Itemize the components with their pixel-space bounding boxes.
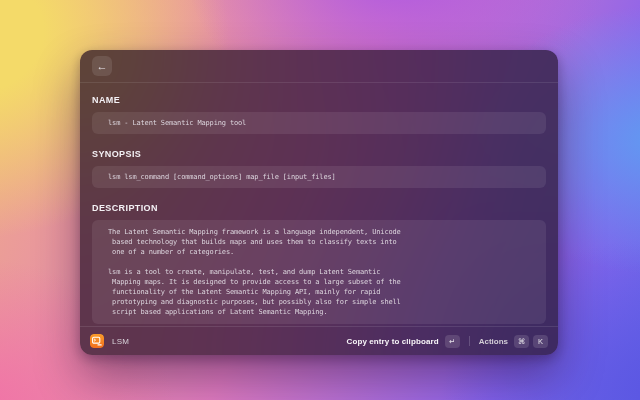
synopsis-code-block: lsm lsm_command [command_options] map_fi…	[92, 166, 546, 188]
name-code-block: lsm - Latent Semantic Mapping tool	[92, 112, 546, 134]
actions-menu-button[interactable]: Actions ⌘ K	[479, 335, 548, 348]
desktop-background: ← NAME lsm - Latent Semantic Mapping too…	[0, 0, 640, 400]
footer-app-name: LSM	[112, 337, 129, 346]
actions-menu-label: Actions	[479, 337, 508, 346]
window-footer: LSM Copy entry to clipboard ↵ Actions ⌘ …	[80, 326, 558, 355]
k-key-badge: K	[533, 335, 548, 348]
section-heading-synopsis: SYNOPSIS	[92, 149, 546, 159]
man-page-content: NAME lsm - Latent Semantic Mapping tool …	[80, 83, 558, 326]
section-synopsis: SYNOPSIS lsm lsm_command [command_option…	[92, 149, 546, 188]
section-name: NAME lsm - Latent Semantic Mapping tool	[92, 95, 546, 134]
man-pages-app-icon	[90, 334, 104, 348]
window-header: ←	[80, 50, 558, 83]
footer-app-info: LSM	[90, 334, 129, 348]
copy-entry-action[interactable]: Copy entry to clipboard ↵	[347, 335, 460, 348]
back-button[interactable]: ←	[92, 56, 112, 76]
section-description: DESCRIPTION The Latent Semantic Mapping …	[92, 203, 546, 324]
command-key-badge: ⌘	[514, 335, 529, 348]
footer-actions: Copy entry to clipboard ↵ Actions ⌘ K	[347, 335, 548, 348]
return-key-badge: ↵	[445, 335, 460, 348]
back-arrow-icon: ←	[97, 60, 108, 72]
man-page-window: ← NAME lsm - Latent Semantic Mapping too…	[80, 50, 558, 355]
section-heading-description: DESCRIPTION	[92, 203, 546, 213]
section-heading-name: NAME	[92, 95, 546, 105]
copy-entry-label: Copy entry to clipboard	[347, 337, 439, 346]
footer-actions-divider	[469, 336, 470, 346]
description-code-block: The Latent Semantic Mapping framework is…	[92, 220, 546, 324]
